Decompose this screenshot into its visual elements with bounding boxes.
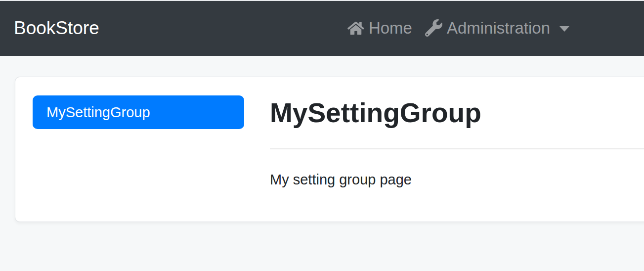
nav-item-administration[interactable]: Administration <box>419 19 576 37</box>
top-navbar: BookStore Home Administration <box>0 0 644 56</box>
settings-card: MySettingGroup MySettingGroup My setting… <box>15 77 644 222</box>
heading-divider <box>270 148 644 149</box>
page-title: MySettingGroup <box>270 96 631 130</box>
navbar-menu: Home Administration <box>341 19 576 37</box>
setting-group-tab[interactable]: MySettingGroup <box>33 95 244 129</box>
brand-link[interactable]: BookStore <box>14 19 99 37</box>
chevron-down-icon <box>559 26 569 32</box>
nav-item-home[interactable]: Home <box>341 20 419 36</box>
wrench-icon <box>425 19 442 37</box>
setting-group-description: My setting group page <box>270 170 631 189</box>
nav-item-home-label: Home <box>369 20 412 36</box>
nav-item-administration-label: Administration <box>447 20 550 36</box>
window-top-edge <box>0 0 644 1</box>
home-icon <box>347 21 364 36</box>
